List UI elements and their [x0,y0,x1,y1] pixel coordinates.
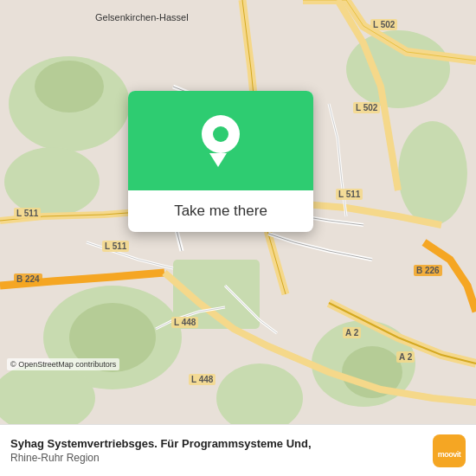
popup-header [128,91,313,190]
location-info: Syhag Systemvertriebsges. Für Programmsy… [10,437,433,464]
svg-text:moovit: moovit [438,450,461,459]
svg-point-4 [398,121,467,225]
osm-attribution: © OpenStreetMap contributors [7,358,119,370]
location-region: Rhine-Ruhr Region [10,452,424,464]
moovit-logo[interactable]: moovit [433,434,466,467]
popup-body: Take me there [128,190,313,232]
location-name: Syhag Systemvertriebsges. Für Programmsy… [10,437,424,452]
map-view: Gelsenkirchen-Hassel Buer L 502 L 502 L … [0,0,476,424]
location-pin-icon [199,115,242,167]
bottom-info-bar: Syhag Systemvertriebsges. Für Programmsy… [0,424,476,476]
moovit-icon: moovit [433,434,466,467]
take-me-there-button[interactable]: Take me there [142,203,299,220]
svg-point-10 [35,61,104,113]
location-popup: Take me there [128,91,313,232]
svg-point-2 [4,147,100,216]
